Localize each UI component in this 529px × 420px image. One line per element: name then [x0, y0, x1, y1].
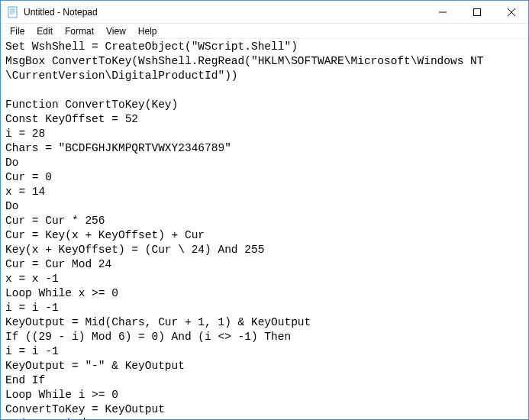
- text-editor[interactable]: Set WshShell = CreateObject("WScript.She…: [5, 40, 524, 419]
- menubar: File Edit Format View Help: [1, 24, 528, 39]
- titlebar[interactable]: Untitled - Notepad: [1, 1, 528, 24]
- svg-rect-6: [473, 8, 480, 15]
- maximize-button[interactable]: [460, 1, 494, 23]
- menu-view[interactable]: View: [100, 24, 132, 38]
- minimize-button[interactable]: [425, 1, 460, 23]
- menu-file[interactable]: File: [4, 24, 31, 38]
- notepad-window: Untitled - Notepad File Edit Format View…: [0, 0, 529, 420]
- window-controls: [425, 1, 528, 23]
- text-area-container: Set WshShell = CreateObject("WScript.She…: [1, 39, 528, 419]
- menu-help[interactable]: Help: [132, 24, 163, 38]
- window-title: Untitled - Notepad: [24, 7, 425, 18]
- close-button[interactable]: [494, 1, 528, 23]
- text-caret: [84, 418, 85, 419]
- menu-edit[interactable]: Edit: [31, 24, 59, 38]
- notepad-icon: [7, 6, 19, 18]
- menu-format[interactable]: Format: [59, 24, 100, 38]
- editor-text: Set WshShell = CreateObject("WScript.She…: [5, 40, 484, 419]
